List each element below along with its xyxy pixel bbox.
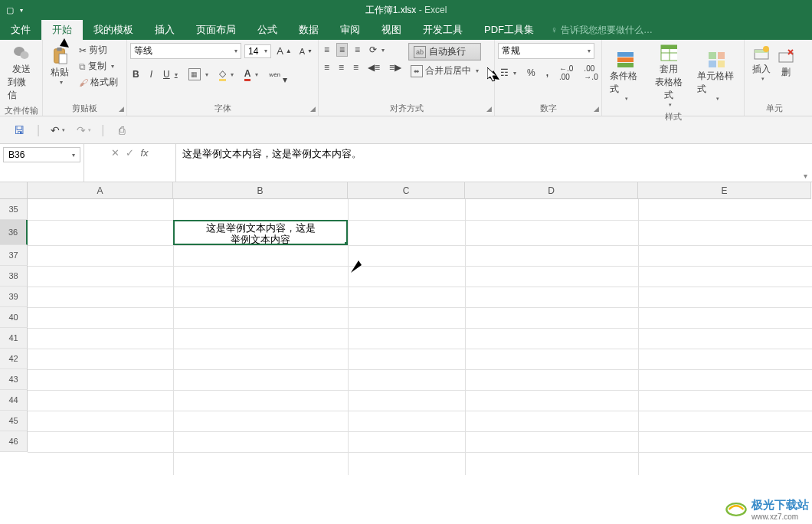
formula-input[interactable]: 这是举例文本内容，这是举例文本内容。 bbox=[176, 144, 798, 182]
cancel-formula-button[interactable]: ✕ bbox=[111, 147, 120, 159]
decrease-font-button[interactable]: A▼ bbox=[297, 46, 315, 57]
tab-review[interactable]: 审阅 bbox=[329, 20, 371, 40]
select-all-corner[interactable] bbox=[0, 182, 28, 199]
decrease-indent-button[interactable]: ◀≡ bbox=[365, 61, 382, 74]
align-middle-button[interactable]: ≡ bbox=[336, 43, 348, 57]
redo-button[interactable]: ↷▾ bbox=[75, 122, 92, 139]
watermark-logo-icon bbox=[723, 501, 749, 518]
active-cell-B36[interactable]: 这是举例文本内容，这是举例文本内容 bbox=[173, 220, 348, 245]
fill-color-button[interactable]: ◇▾ bbox=[217, 67, 236, 82]
svg-rect-5 bbox=[617, 52, 634, 57]
tab-start[interactable]: 开始 bbox=[41, 20, 83, 40]
number-format-select[interactable]: 常规▾ bbox=[498, 43, 594, 59]
align-bottom-button[interactable]: ≡ bbox=[352, 44, 362, 56]
insert-cells-button[interactable]: 插入▾ bbox=[748, 43, 775, 84]
format-painter-button[interactable]: 🖌格式刷 bbox=[77, 75, 120, 90]
row-header[interactable]: 36 bbox=[0, 220, 28, 245]
col-header-E[interactable]: E bbox=[638, 182, 811, 199]
comma-button[interactable]: , bbox=[544, 67, 551, 79]
align-left-button[interactable]: ≡ bbox=[322, 61, 332, 74]
row-header[interactable]: 39 bbox=[0, 287, 28, 307]
col-header-A[interactable]: A bbox=[28, 182, 173, 199]
group-label: 字体 bbox=[130, 101, 315, 114]
row-header[interactable]: 45 bbox=[0, 411, 28, 431]
cells-area[interactable]: 这是举例文本内容，这是举例文本内容 bbox=[28, 199, 812, 475]
dialog-launcher-icon[interactable]: ◢ bbox=[594, 105, 599, 113]
tab-file[interactable]: 文件 bbox=[0, 20, 41, 40]
row-headers: 35 36 37 38 39 40 41 42 43 44 45 46 bbox=[0, 199, 28, 475]
group-cells: 插入▾ 删 单元 bbox=[745, 40, 804, 116]
row-header[interactable]: 41 bbox=[0, 328, 28, 349]
col-header-B[interactable]: B bbox=[173, 182, 348, 199]
wrap-text-button[interactable]: ab 自动换行 bbox=[408, 43, 481, 61]
orientation-button[interactable]: ⟳▾ bbox=[367, 44, 387, 56]
column-headers: A B C D E bbox=[28, 182, 811, 199]
cell-styles-icon bbox=[708, 51, 725, 68]
tab-view[interactable]: 视图 bbox=[371, 20, 412, 40]
italic-button[interactable]: I bbox=[148, 68, 155, 80]
row-header[interactable]: 42 bbox=[0, 349, 28, 369]
delete-cells-button[interactable]: 删 bbox=[778, 46, 794, 80]
tab-pdf[interactable]: PDF工具集 bbox=[473, 20, 545, 40]
merge-center-button[interactable]: ⬌ 合并后居中▾ bbox=[408, 64, 481, 78]
row-header[interactable]: 46 bbox=[0, 431, 28, 452]
increase-decimal-button[interactable]: ←.0.00 bbox=[557, 64, 575, 82]
tab-dev[interactable]: 开发工具 bbox=[412, 20, 473, 40]
clipboard-icon bbox=[51, 47, 68, 64]
cell-styles-button[interactable]: 单元格样式▾ bbox=[692, 50, 741, 103]
dialog-launcher-icon[interactable]: ◢ bbox=[310, 105, 316, 113]
fx-button[interactable]: fx bbox=[140, 147, 148, 159]
bold-button[interactable]: B bbox=[130, 68, 142, 80]
row-header[interactable]: 43 bbox=[0, 369, 28, 390]
decrease-decimal-button[interactable]: .00→.0 bbox=[581, 64, 600, 82]
font-color-button[interactable]: A▾ bbox=[242, 67, 261, 82]
table-format-button[interactable]: 套用 表格格式▾ bbox=[649, 43, 689, 110]
copy-button[interactable]: ⧉复制▾ bbox=[77, 59, 120, 74]
tab-formula[interactable]: 公式 bbox=[247, 20, 288, 40]
dialog-launcher-icon[interactable]: ◢ bbox=[486, 105, 492, 113]
group-label: 对齐方式 bbox=[322, 101, 491, 114]
tab-insert[interactable]: 插入 bbox=[144, 20, 185, 40]
fill-handle[interactable] bbox=[345, 242, 348, 245]
col-header-D[interactable]: D bbox=[465, 182, 638, 199]
align-top-button[interactable]: ≡ bbox=[322, 44, 332, 56]
col-header-C[interactable]: C bbox=[348, 182, 465, 199]
increase-font-button[interactable]: A▲ bbox=[274, 44, 294, 57]
phonetic-button[interactable]: wén▾ bbox=[267, 63, 290, 86]
currency-button[interactable]: ☶▾ bbox=[498, 67, 519, 79]
name-box[interactable]: B36▾ bbox=[3, 147, 80, 162]
tab-templates[interactable]: 我的模板 bbox=[83, 20, 144, 40]
font-name-select[interactable]: 等线▾ bbox=[130, 43, 241, 59]
row-header[interactable]: 38 bbox=[0, 266, 28, 287]
chevron-down-icon[interactable]: ▾ bbox=[20, 7, 23, 14]
row-header[interactable]: 37 bbox=[0, 245, 28, 266]
paste-button[interactable]: 粘贴▾ bbox=[46, 46, 74, 87]
row-header[interactable]: 40 bbox=[0, 307, 28, 328]
bucket-icon: ◇ bbox=[219, 68, 226, 81]
undo-button[interactable]: ↶▾ bbox=[49, 122, 66, 139]
formula-bar: B36▾ ✕ ✓ fx 这是举例文本内容，这是举例文本内容。 ▾ bbox=[0, 144, 812, 182]
accept-formula-button[interactable]: ✓ bbox=[126, 147, 134, 159]
underline-button[interactable]: U▾ bbox=[161, 68, 180, 80]
tab-layout[interactable]: 页面布局 bbox=[185, 20, 247, 40]
font-size-select[interactable]: 14▾ bbox=[244, 44, 271, 58]
row-header[interactable]: 35 bbox=[0, 199, 28, 220]
align-center-button[interactable]: ≡ bbox=[336, 61, 346, 74]
ribbon-tabs: 文件 开始 我的模板 插入 页面布局 公式 数据 审阅 视图 开发工具 PDF工… bbox=[0, 20, 812, 40]
row-header[interactable]: 44 bbox=[0, 390, 28, 411]
send-to-wechat-button[interactable]: 发送 到微信 bbox=[3, 43, 39, 103]
border-button[interactable]: ▦▾ bbox=[186, 67, 211, 81]
conditional-format-button[interactable]: 条件格式▾ bbox=[605, 50, 646, 103]
align-right-button[interactable]: ≡ bbox=[351, 61, 361, 74]
tell-me-search[interactable]: ♀ 告诉我您想要做什么… bbox=[545, 20, 653, 40]
tab-data[interactable]: 数据 bbox=[288, 20, 329, 40]
cut-button[interactable]: ✂剪切 bbox=[77, 43, 120, 57]
percent-button[interactable]: % bbox=[525, 67, 538, 79]
save-button[interactable]: 🖫 bbox=[11, 122, 28, 139]
increase-indent-button[interactable]: ≡▶ bbox=[387, 61, 404, 74]
dialog-launcher-icon[interactable]: ◢ bbox=[119, 105, 124, 113]
group-alignment: ≡ ≡ ≡ ⟳▾ ≡ ≡ ≡ ◀≡ ≡▶ ab 自动换行 bbox=[319, 40, 495, 116]
print-preview-button[interactable]: ⎙ bbox=[113, 122, 130, 139]
bulb-icon: ♀ bbox=[551, 25, 558, 35]
expand-formula-button[interactable]: ▾ bbox=[798, 144, 812, 182]
